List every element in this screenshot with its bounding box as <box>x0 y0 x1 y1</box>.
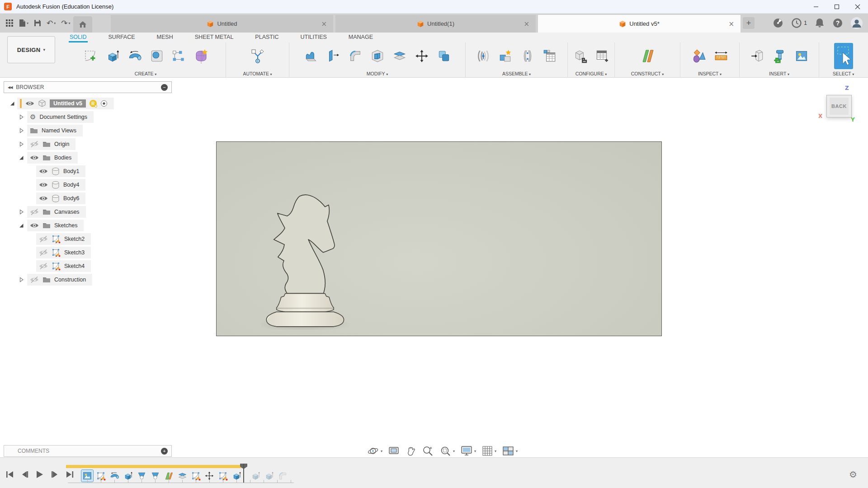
play-button[interactable] <box>34 469 45 480</box>
collapse-panel-icon[interactable]: ◀◀ <box>8 85 12 89</box>
app-grid-icon[interactable] <box>3 15 16 31</box>
pan-button[interactable] <box>405 446 416 456</box>
visibility-eye-off-icon[interactable] <box>39 236 48 242</box>
visibility-eye-icon[interactable] <box>25 100 34 107</box>
group-label-configure[interactable]: CONFIGURE <box>568 71 614 76</box>
step-back-button[interactable] <box>19 469 30 480</box>
file-menu-button[interactable]: ▾ <box>16 15 31 31</box>
rectangular-pattern-button[interactable] <box>169 43 189 69</box>
extensions-icon[interactable] <box>773 18 783 28</box>
redo-button[interactable]: ↷ ▾ <box>58 15 73 31</box>
grid-display-button[interactable]: ▾ <box>482 446 496 456</box>
bom-table-button[interactable] <box>540 43 560 69</box>
browser-row-body4[interactable]: Body4 <box>4 178 85 191</box>
expand-closed-icon[interactable] <box>18 277 24 283</box>
tab-solid[interactable]: SOLID <box>69 33 88 42</box>
hole-button[interactable] <box>147 43 167 69</box>
display-settings-button[interactable]: ▾ <box>461 446 476 456</box>
browser-row-document-settings[interactable]: ⚙ Document Settings <box>4 111 94 123</box>
document-tab-untitled1[interactable]: Untitled(1) × <box>335 15 536 33</box>
browser-row-sketch2[interactable]: Sketch2 <box>4 233 91 245</box>
view-cube[interactable]: BACK <box>826 95 852 117</box>
notifications-bell-icon[interactable] <box>815 18 825 28</box>
undo-button[interactable]: ↶ ▾ <box>44 15 58 31</box>
view-cube-face[interactable]: BACK <box>830 98 849 115</box>
browser-row-origin[interactable]: Origin <box>4 138 75 150</box>
new-component-button[interactable] <box>495 43 515 69</box>
browser-row-construction[interactable]: Construction <box>4 273 92 286</box>
measure-button[interactable] <box>689 43 709 69</box>
save-button[interactable] <box>31 15 44 31</box>
fit-button[interactable]: ▾ <box>439 445 455 457</box>
expand-open-icon[interactable] <box>18 155 24 161</box>
revolve-button[interactable] <box>125 43 145 69</box>
browser-row-sketches[interactable]: Sketches <box>4 219 84 232</box>
press-pull-button[interactable] <box>301 43 321 69</box>
preferences-gear-icon[interactable]: ⚙ <box>849 469 857 480</box>
group-label-select[interactable]: SELECT <box>819 71 868 76</box>
visibility-eye-off-icon[interactable] <box>39 263 48 269</box>
home-button[interactable] <box>73 16 92 33</box>
browser-row-named-views[interactable]: Named Views <box>4 124 83 137</box>
activate-target-icon[interactable] <box>100 100 108 107</box>
create-sketch-button[interactable] <box>80 43 100 69</box>
group-label-automate[interactable]: AUTOMATE <box>226 71 289 76</box>
chess-knight-model[interactable] <box>261 192 354 330</box>
expand-closed-icon[interactable] <box>18 127 24 134</box>
browser-row-sketch4[interactable]: Sketch4 <box>4 260 91 272</box>
interference-ruler-button[interactable] <box>711 43 731 69</box>
visibility-eye-icon[interactable] <box>39 168 48 174</box>
expand-open-icon[interactable] <box>9 100 15 107</box>
close-tab-icon[interactable]: × <box>728 20 734 28</box>
group-label-construct[interactable]: CONSTRUCT <box>615 71 680 76</box>
browser-row-body1[interactable]: Body1 <box>4 165 85 178</box>
document-tab-untitled-v5[interactable]: Untitled v5* × <box>538 15 741 33</box>
browser-minimize-button[interactable]: − <box>161 84 168 91</box>
select-tool-button[interactable] <box>834 43 853 69</box>
add-comment-button[interactable]: + <box>161 448 168 455</box>
zoom-button[interactable] <box>422 445 434 457</box>
tab-utilities[interactable]: UTILITIES <box>299 33 327 42</box>
new-tab-button[interactable]: + <box>743 17 755 29</box>
visibility-eye-off-icon[interactable] <box>39 249 48 256</box>
group-label-create[interactable]: CREATE <box>66 71 226 76</box>
create-form-button[interactable] <box>191 43 211 69</box>
go-to-end-button[interactable] <box>64 469 75 480</box>
group-label-assemble[interactable]: ASSEMBLE <box>466 71 567 76</box>
construct-plane-button[interactable] <box>637 43 657 69</box>
visibility-eye-off-icon[interactable] <box>30 277 39 283</box>
browser-row-canvases[interactable]: Canvases <box>4 206 86 218</box>
orbit-button[interactable]: ▾ <box>367 445 382 457</box>
group-label-modify[interactable]: MODIFY <box>289 71 465 76</box>
job-status-button[interactable]: 1 <box>791 18 807 28</box>
combine-button[interactable] <box>434 43 454 69</box>
configuration-button[interactable] <box>570 43 590 69</box>
group-label-inspect[interactable]: INSPECT <box>680 71 739 76</box>
maximize-button[interactable] <box>826 0 847 14</box>
user-avatar[interactable] <box>851 17 863 29</box>
browser-row-sketch3[interactable]: Sketch3 <box>4 246 91 259</box>
browser-row-root[interactable]: Untitled v5 R <box>4 97 114 110</box>
visibility-eye-icon[interactable] <box>39 195 48 202</box>
close-tab-icon[interactable]: × <box>321 20 327 28</box>
joint-origin-button[interactable] <box>473 43 493 69</box>
insert-derive-button[interactable] <box>747 43 767 69</box>
visibility-eye-icon[interactable] <box>39 182 48 188</box>
browser-header[interactable]: ◀◀ BROWSER − <box>4 81 172 93</box>
visibility-eye-off-icon[interactable] <box>30 141 39 147</box>
look-at-button[interactable] <box>388 446 399 456</box>
fillet-button[interactable] <box>345 43 365 69</box>
workspace-selector[interactable]: DESIGN <box>7 36 55 63</box>
group-label-insert[interactable]: INSERT <box>740 71 819 76</box>
step-forward-button[interactable] <box>49 469 60 480</box>
tab-sheet-metal[interactable]: SHEET METAL <box>194 33 235 42</box>
joint-button[interactable] <box>518 43 538 69</box>
visibility-eye-off-icon[interactable] <box>30 209 39 215</box>
comments-panel[interactable]: COMMENTS + <box>4 445 172 457</box>
visibility-eye-icon[interactable] <box>30 222 39 229</box>
tab-manage[interactable]: MANAGE <box>348 33 374 42</box>
extrude-button[interactable] <box>103 43 123 69</box>
expand-open-icon[interactable] <box>18 222 24 229</box>
offset-face-button[interactable] <box>323 43 343 69</box>
expand-closed-icon[interactable] <box>18 114 24 120</box>
